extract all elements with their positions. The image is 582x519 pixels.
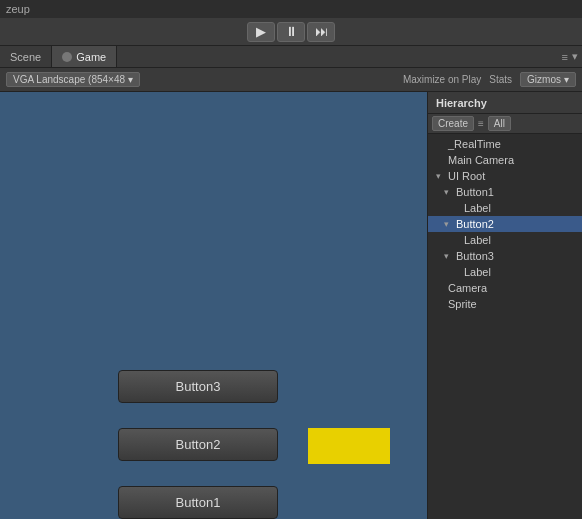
title-bar: zeup [0, 0, 582, 18]
game-viewport: Button3 Button2 Button1 [0, 92, 427, 519]
game-button-3[interactable]: Button3 [118, 370, 278, 403]
hierarchy-item-label: Button2 [456, 218, 494, 230]
hierarchy-toolbar: Create ≡ All [428, 114, 582, 134]
hierarchy-item-label: _RealTime [448, 138, 501, 150]
hierarchy-list: _RealTime Main Camera ▾ UI Root ▾ Button… [428, 134, 582, 519]
expand-arrow-icon: ▾ [444, 219, 456, 229]
hierarchy-item-label: Label [464, 234, 491, 246]
play-icon: ▶ [256, 24, 266, 39]
hierarchy-item-label: UI Root [448, 170, 485, 182]
tab-game[interactable]: Game [52, 46, 117, 67]
hierarchy-item-sprite[interactable]: Sprite [428, 296, 582, 312]
tab-scene[interactable]: Scene [0, 46, 52, 67]
game-tab-label: Game [76, 51, 106, 63]
hierarchy-item-label3[interactable]: Label [428, 264, 582, 280]
gizmos-arrow-icon: ▾ [564, 74, 569, 85]
tab-options-collapse[interactable]: ≡ ▾ [562, 50, 582, 63]
hierarchy-item-uiroot[interactable]: ▾ UI Root [428, 168, 582, 184]
hierarchy-item-label1[interactable]: Label [428, 200, 582, 216]
resolution-dropdown[interactable]: VGA Landscape (854×48 ▾ [6, 72, 140, 87]
pause-button[interactable]: ⏸ [277, 22, 305, 42]
step-button[interactable]: ⏭ [307, 22, 335, 42]
hierarchy-item-camera[interactable]: Camera [428, 280, 582, 296]
options-bar: VGA Landscape (854×48 ▾ Maximize on Play… [0, 68, 582, 92]
gizmos-label: Gizmos [527, 74, 561, 85]
maximize-on-play-btn[interactable]: Maximize on Play [403, 74, 481, 85]
gizmos-dropdown[interactable]: Gizmos ▾ [520, 72, 576, 87]
options-left: VGA Landscape (854×48 ▾ [6, 72, 395, 87]
hierarchy-panel: Hierarchy Create ≡ All _RealTime Main Ca… [427, 92, 582, 519]
stats-btn[interactable]: Stats [489, 74, 512, 85]
hierarchy-item-label: Camera [448, 282, 487, 294]
game-button-3-label: Button3 [176, 379, 221, 394]
expand-arrow-icon: ▾ [572, 50, 578, 63]
hierarchy-item-label: Label [464, 266, 491, 278]
collapse-icon: ≡ [562, 51, 568, 63]
game-button-2-label: Button2 [176, 437, 221, 452]
play-button[interactable]: ▶ [247, 22, 275, 42]
hierarchy-item-realtime[interactable]: _RealTime [428, 136, 582, 152]
hierarchy-item-button2[interactable]: ▾ Button2 [428, 216, 582, 232]
main-layout: Button3 Button2 Button1 Hierarchy Create… [0, 92, 582, 519]
hierarchy-item-label: Label [464, 202, 491, 214]
hierarchy-item-button3[interactable]: ▾ Button3 [428, 248, 582, 264]
resolution-arrow-icon: ▾ [128, 74, 133, 85]
toolbar: ▶ ⏸ ⏭ [0, 18, 582, 46]
hierarchy-separator: ≡ [478, 118, 484, 129]
hierarchy-item-label: Button1 [456, 186, 494, 198]
hierarchy-item-label: Button3 [456, 250, 494, 262]
title-label: zeup [6, 3, 30, 15]
create-button[interactable]: Create [432, 116, 474, 131]
hierarchy-item-label: Main Camera [448, 154, 514, 166]
game-tab-icon [62, 52, 72, 62]
options-right: Maximize on Play Stats Gizmos ▾ [403, 72, 576, 87]
step-icon: ⏭ [315, 24, 328, 39]
hierarchy-item-label: Sprite [448, 298, 477, 310]
pause-icon: ⏸ [285, 24, 298, 39]
hierarchy-title: Hierarchy [436, 97, 487, 109]
expand-arrow-icon: ▾ [436, 171, 448, 181]
hierarchy-item-maincam[interactable]: Main Camera [428, 152, 582, 168]
game-button-1[interactable]: Button1 [118, 486, 278, 519]
yellow-sprite [308, 428, 390, 464]
resolution-label: VGA Landscape (854×48 [13, 74, 125, 85]
tab-bar: Scene Game ≡ ▾ [0, 46, 582, 68]
hierarchy-item-button1[interactable]: ▾ Button1 [428, 184, 582, 200]
expand-arrow-icon: ▾ [444, 187, 456, 197]
all-button[interactable]: All [488, 116, 511, 131]
expand-arrow-icon: ▾ [444, 251, 456, 261]
hierarchy-item-label2[interactable]: Label [428, 232, 582, 248]
scene-tab-label: Scene [10, 51, 41, 63]
game-button-2[interactable]: Button2 [118, 428, 278, 461]
game-button-1-label: Button1 [176, 495, 221, 510]
hierarchy-header: Hierarchy [428, 92, 582, 114]
